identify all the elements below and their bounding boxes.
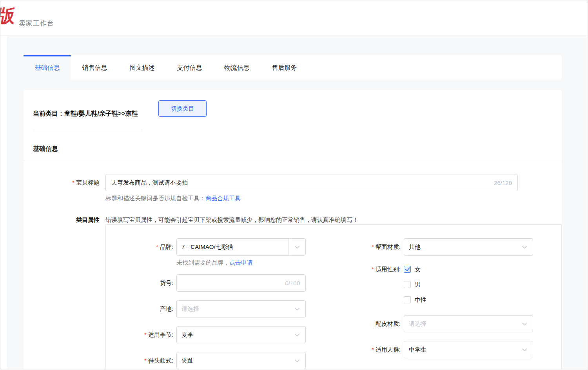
- current-category-label: 当前类目：童鞋/婴儿鞋/亲子鞋>>凉鞋: [33, 109, 138, 118]
- attributes-left-column: *品牌: 7－CAIMAO/七彩猫: [106, 238, 310, 369]
- brand-helper-line: 未找到需要的品牌，点击申请: [176, 259, 310, 267]
- logo-glyph: 版: [0, 7, 16, 25]
- title-field-control: 天穹发布商品，测试请不要拍 26/120 标题和描述关键词是否违规自检工具：商品…: [105, 174, 518, 202]
- origin-select[interactable]: 请选择: [176, 300, 306, 317]
- gender-checkbox-neutral[interactable]: 中性: [404, 295, 426, 305]
- site-logo: 版: [0, 0, 17, 36]
- title-input-value: 天穹发布商品，测试请不要拍: [111, 179, 490, 187]
- chevron-down-icon: [521, 346, 528, 353]
- gender-option-label: 女: [415, 266, 421, 273]
- brand-select-arrow-zone[interactable]: [289, 239, 305, 255]
- upper-material-field: *帮面材质: 其他: [333, 238, 537, 256]
- tab-logistics-info[interactable]: 物流信息: [213, 55, 261, 80]
- brand-field: *品牌: 7－CAIMAO/七彩猫: [106, 238, 310, 256]
- required-marker: *: [372, 243, 374, 250]
- required-marker: *: [144, 357, 147, 364]
- chevron-down-icon: [521, 320, 528, 327]
- leather-material-placeholder: 请选择: [409, 320, 516, 328]
- toe-style-select-value: 夹趾: [181, 357, 289, 365]
- target-group-label: *适用人群:: [333, 341, 401, 358]
- tab-after-sales[interactable]: 售后服务: [261, 55, 308, 80]
- tab-payment-info[interactable]: 支付信息: [166, 55, 213, 80]
- gender-label: *适用性别:: [333, 264, 401, 305]
- checkbox-icon[interactable]: [404, 296, 411, 303]
- leather-material-label: 配皮材质:: [333, 315, 401, 332]
- attributes-right-column: *帮面材质: 其他: [333, 238, 537, 367]
- origin-select-placeholder: 请选择: [181, 305, 289, 313]
- workbench-title: 卖家工作台: [19, 19, 54, 28]
- toe-style-label-text: 鞋头款式:: [148, 357, 173, 364]
- tab-bar: 基础信息 销售信息 图文描述 支付信息 物流信息 售后服务: [24, 55, 562, 80]
- gender-label-text: 适用性别:: [376, 266, 401, 272]
- season-select-value: 夏季: [181, 331, 289, 339]
- target-group-label-text: 适用人群:: [376, 346, 401, 353]
- category-bar: 当前类目：童鞋/婴儿鞋/亲子鞋>>凉鞋 切换类目: [24, 90, 562, 130]
- origin-label: 产地:: [106, 300, 173, 317]
- gender-checkbox-group: 女 男 中性: [404, 264, 426, 305]
- toe-style-field: *鞋头款式: 夹趾: [106, 352, 310, 369]
- target-group-select[interactable]: 中学生: [404, 341, 533, 358]
- item-no-counter: 0/100: [285, 280, 300, 287]
- basic-info-form: *宝贝标题 天穹发布商品，测试请不要拍 26/120 标题和描述关键词是否违规自…: [24, 174, 562, 369]
- upper-material-label-text: 帮面材质:: [376, 243, 401, 250]
- attributes-label: 类目属性: [33, 216, 100, 369]
- title-input[interactable]: 天穹发布商品，测试请不要拍 26/120: [105, 174, 518, 191]
- seller-workbench-page: 版 卖家工作台 基础信息 销售信息 图文描述 支付信息 物流信息 售后服务 当前…: [0, 0, 588, 370]
- season-select[interactable]: 夏季: [176, 326, 306, 343]
- checkbox-icon[interactable]: [404, 281, 411, 288]
- chevron-down-icon: [294, 331, 301, 338]
- brand-label-text: 品牌:: [160, 243, 173, 250]
- compliance-helper-line: 标题和描述关键词是否违规自检工具：商品合规工具: [105, 194, 518, 202]
- target-group-select-value: 中学生: [409, 346, 516, 354]
- top-header: 版 卖家工作台: [0, 0, 588, 36]
- main-column: 基础信息 销售信息 图文描述 支付信息 物流信息 售后服务 当前类目：童鞋/婴儿…: [24, 55, 562, 369]
- brand-apply-link[interactable]: 点击申请: [229, 259, 253, 266]
- upper-material-select-value: 其他: [409, 243, 516, 251]
- required-marker: *: [372, 346, 374, 353]
- season-label: *适用季节:: [106, 326, 173, 343]
- gender-checkbox-female[interactable]: 女: [404, 264, 426, 274]
- compliance-tool-link[interactable]: 商品合规工具: [205, 195, 241, 201]
- chevron-down-icon: [294, 357, 301, 364]
- tab-sales-info[interactable]: 销售信息: [71, 55, 118, 80]
- required-marker: *: [72, 179, 74, 186]
- season-field: *适用季节: 夏季: [106, 326, 310, 343]
- upper-material-select[interactable]: 其他: [404, 238, 533, 256]
- origin-field: 产地: 请选择: [106, 300, 310, 317]
- gender-field: *适用性别: 女: [333, 264, 537, 305]
- required-marker: *: [372, 266, 374, 272]
- chevron-down-icon: [521, 243, 528, 250]
- gender-checkbox-male[interactable]: 男: [404, 279, 426, 290]
- toe-style-label: *鞋头款式:: [106, 352, 173, 369]
- leather-material-field: 配皮材质: 请选择: [333, 315, 537, 332]
- brand-label: *品牌:: [106, 238, 173, 256]
- compliance-helper-text: 标题和描述关键词是否违规自检工具：: [105, 195, 205, 201]
- item-no-label: 货号:: [106, 274, 173, 292]
- title-label-text: 宝贝标题: [76, 179, 100, 186]
- season-label-text: 适用季节:: [148, 331, 173, 338]
- item-no-input[interactable]: 0/100: [176, 274, 306, 292]
- section-title: 基础信息: [24, 130, 562, 161]
- attributes-main: 错误填写宝贝属性，可能会引起宝贝下架或搜索流量减少，影响您的正常销售，请认真准确…: [105, 216, 562, 369]
- item-no-field: 货号: 0/100: [106, 274, 310, 292]
- chevron-down-icon: [294, 243, 301, 250]
- gender-option-label: 男: [415, 281, 421, 288]
- gender-option-label: 中性: [415, 296, 426, 304]
- leather-material-select[interactable]: 请选择: [404, 315, 533, 332]
- switch-category-button[interactable]: 切换类目: [158, 100, 207, 117]
- required-marker: *: [144, 331, 147, 338]
- tab-description[interactable]: 图文描述: [118, 55, 166, 80]
- title-field-label: *宝贝标题: [33, 174, 100, 202]
- divider: [33, 130, 143, 130]
- brand-select[interactable]: 7－CAIMAO/七彩猫: [176, 238, 306, 256]
- checkbox-icon[interactable]: [404, 266, 411, 273]
- toe-style-select[interactable]: 夹趾: [176, 352, 306, 369]
- page-content: 基础信息 销售信息 图文描述 支付信息 物流信息 售后服务 当前类目：童鞋/婴儿…: [7, 36, 587, 369]
- tab-basic-info[interactable]: 基础信息: [24, 55, 71, 80]
- basic-info-panel: 当前类目：童鞋/婴儿鞋/亲子鞋>>凉鞋 切换类目 基础信息 *宝贝标题 天穹发布…: [24, 90, 562, 369]
- title-char-counter: 26/120: [494, 180, 512, 186]
- attributes-box: *品牌: 7－CAIMAO/七彩猫: [105, 224, 562, 369]
- chevron-down-icon: [294, 305, 301, 312]
- attributes-row: 类目属性 错误填写宝贝属性，可能会引起宝贝下架或搜索流量减少，影响您的正常销售，…: [33, 216, 562, 369]
- title-field-row: *宝贝标题 天穹发布商品，测试请不要拍 26/120 标题和描述关键词是否违规自…: [33, 174, 562, 202]
